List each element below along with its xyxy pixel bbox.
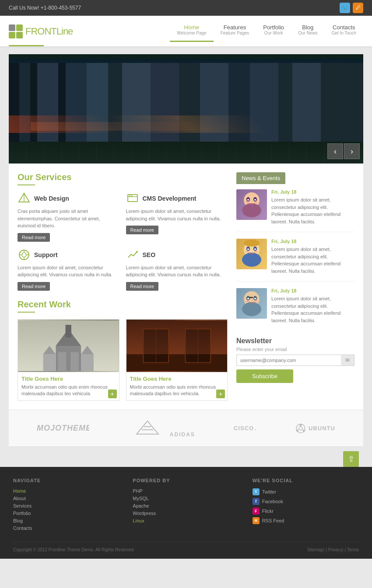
svg-point-34 bbox=[247, 199, 249, 201]
service-support-header: Support bbox=[18, 248, 119, 261]
svg-point-52 bbox=[254, 298, 256, 299]
svg-point-48 bbox=[242, 302, 261, 316]
services-section: Our Services Web Design bbox=[18, 172, 228, 291]
footer-terms-link[interactable]: | Terms bbox=[342, 547, 359, 552]
newsletter-title: Newsletter bbox=[236, 337, 354, 345]
svg-point-39 bbox=[242, 253, 261, 267]
services-grid: Web Design Cras porta aliquam justo sit … bbox=[18, 192, 228, 291]
work-text-1: Morbi accumsan odio quis enim rhoncus ma… bbox=[21, 384, 116, 397]
footer-social-flickr[interactable]: F Flickr bbox=[253, 508, 359, 515]
phone-number: Call Us Now! +1-800-453-5577 bbox=[9, 5, 81, 11]
news-text-2: Lorem ipsum dolor sit amet, consectetur … bbox=[271, 246, 354, 275]
newsletter-submit-icon: ✉ bbox=[341, 355, 354, 365]
twitter-icon[interactable]: 🐦 bbox=[340, 3, 350, 13]
work-item-2: Title Goes Here Morbi accumsan odio quis… bbox=[126, 319, 228, 401]
work-item-1: Title Goes Here Morbi accumsan odio quis… bbox=[18, 319, 119, 401]
newsletter-input[interactable] bbox=[237, 355, 341, 365]
news-section: News & Events bbox=[236, 172, 354, 331]
support-icon bbox=[18, 248, 31, 261]
news-item-3: Fri, July 18 Lorem ipsum dolor sit amet,… bbox=[236, 288, 354, 331]
nav-portfolio[interactable]: Portfolio Our Work bbox=[256, 22, 291, 42]
service-cms-btn[interactable]: Read more bbox=[126, 226, 158, 234]
facebook-footer-icon: f bbox=[253, 498, 260, 505]
svg-line-68 bbox=[302, 429, 303, 430]
hero-banner: Creative ideas for your business ‹ › bbox=[9, 54, 363, 164]
subscribe-button[interactable]: Subscribe bbox=[236, 369, 293, 383]
footer-copyright: Copyright © 2012 Frontline Theme Demo. A… bbox=[13, 547, 134, 552]
back-to-top-button[interactable]: ⇧ bbox=[343, 451, 359, 467]
footer-privacy-link[interactable]: | Privacy bbox=[323, 547, 343, 552]
footer-columns: NAVIGATE Home About Services Portfolio B… bbox=[13, 478, 359, 533]
footer-link-contacts[interactable]: Contacts bbox=[13, 525, 119, 531]
work-plus-2[interactable]: + bbox=[216, 390, 225, 398]
brand-ubuntu: ubuntu bbox=[295, 423, 335, 434]
svg-point-43 bbox=[254, 248, 256, 250]
footer-link-about[interactable]: About bbox=[13, 496, 119, 501]
hero-next-button[interactable]: › bbox=[344, 143, 360, 159]
service-web-design-btn[interactable]: Read more bbox=[18, 233, 50, 242]
top-bar: Call Us Now! +1-800-453-5577 🐦 ☄ bbox=[0, 0, 372, 16]
service-support-text: Lorem ipsum dolor sit amet, consectetur … bbox=[18, 264, 119, 278]
svg-point-8 bbox=[22, 253, 26, 257]
service-support-btn[interactable]: Read more bbox=[18, 282, 50, 291]
news-header: News & Events bbox=[236, 172, 285, 184]
footer-social-facebook[interactable]: f Facebook bbox=[253, 498, 359, 505]
news-avatar-3 bbox=[236, 288, 267, 319]
footer-link-services[interactable]: Services bbox=[13, 503, 119, 508]
right-column: News & Events bbox=[236, 172, 354, 401]
service-web-design-title: Web Design bbox=[34, 195, 69, 202]
footer-flickr-label: Flickr bbox=[262, 508, 274, 514]
brand-cisco: cisco . bbox=[234, 425, 257, 431]
brands-section: MojoThemes adidas adidas cisco . bbox=[9, 410, 363, 447]
service-seo-btn[interactable]: Read more bbox=[126, 282, 158, 291]
header-accent-line bbox=[9, 45, 44, 46]
nav-blog[interactable]: Blog Our News bbox=[291, 22, 324, 42]
logo-text: FRONTLine bbox=[25, 26, 73, 37]
recent-work-title: Recent Work bbox=[18, 299, 228, 310]
logo-icon bbox=[9, 24, 23, 38]
svg-rect-17 bbox=[66, 324, 71, 337]
hero-prev-button[interactable]: ‹ bbox=[327, 143, 343, 159]
logo[interactable]: FRONTLine bbox=[9, 24, 73, 38]
footer-social-rss[interactable]: R RSS Feed bbox=[253, 517, 359, 524]
footer-powered-wordpress: Wordpress bbox=[133, 511, 239, 516]
footer-facebook-label: Facebook bbox=[262, 499, 283, 504]
nav-contacts[interactable]: Contacts Get In Touch bbox=[324, 22, 363, 42]
news-item-1: Fri, July 18 Lorem ipsum dolor sit amet,… bbox=[236, 189, 354, 232]
svg-point-64 bbox=[303, 429, 305, 431]
news-content-3: Fri, July 18 Lorem ipsum dolor sit amet,… bbox=[271, 288, 354, 324]
work-title-2: Title Goes Here bbox=[130, 376, 224, 382]
svg-point-36 bbox=[246, 202, 249, 203]
rss-icon[interactable]: ☄ bbox=[353, 3, 363, 13]
footer-powered-mysql: MySQL bbox=[133, 496, 239, 501]
nav-features[interactable]: Features Feature Pages bbox=[214, 22, 256, 42]
svg-point-63 bbox=[296, 429, 298, 431]
work-image-2[interactable] bbox=[126, 320, 228, 372]
footer-legal: Sitemap | Privacy | Terms bbox=[307, 547, 359, 552]
footer-powered-heading: POWERED BY bbox=[133, 478, 239, 483]
work-plus-1[interactable]: + bbox=[108, 390, 117, 398]
nav-home[interactable]: Home Welcome Page bbox=[170, 22, 214, 42]
service-seo: SEO Lorem ipsum dolor sit amet, consecte… bbox=[126, 248, 228, 291]
footer-link-portfolio[interactable]: Portfolio bbox=[13, 511, 119, 516]
footer-powered-php: PHP bbox=[133, 488, 239, 494]
svg-point-45 bbox=[246, 251, 249, 253]
news-date-3: Fri, July 18 bbox=[271, 288, 354, 293]
brand-mojo: MojoThemes bbox=[37, 421, 89, 436]
main-content: Our Services Web Design bbox=[9, 164, 363, 410]
svg-point-55 bbox=[254, 300, 258, 302]
news-text-3: Lorem ipsum dolor sit amet, consectetur … bbox=[271, 295, 354, 324]
work-text-2: Morbi accumsan odio quis enim rhoncus ma… bbox=[130, 384, 224, 397]
svg-rect-5 bbox=[129, 195, 130, 196]
footer-social-twitter[interactable]: T Twitter bbox=[253, 488, 359, 495]
footer-link-blog[interactable]: Blog bbox=[13, 518, 119, 523]
web-design-icon bbox=[18, 192, 31, 205]
twitter-footer-icon: T bbox=[253, 488, 260, 495]
footer-link-home[interactable]: Home bbox=[13, 488, 119, 494]
news-date-1: Fri, July 18 bbox=[271, 189, 354, 195]
footer-sitemap-link[interactable]: Sitemap bbox=[307, 547, 323, 552]
service-web-design: Web Design Cras porta aliquam justo sit … bbox=[18, 192, 119, 242]
service-support: Support Lorem ipsum dolor sit amet, cons… bbox=[18, 248, 119, 291]
work-image-1[interactable] bbox=[18, 320, 119, 372]
service-seo-header: SEO bbox=[126, 248, 228, 261]
